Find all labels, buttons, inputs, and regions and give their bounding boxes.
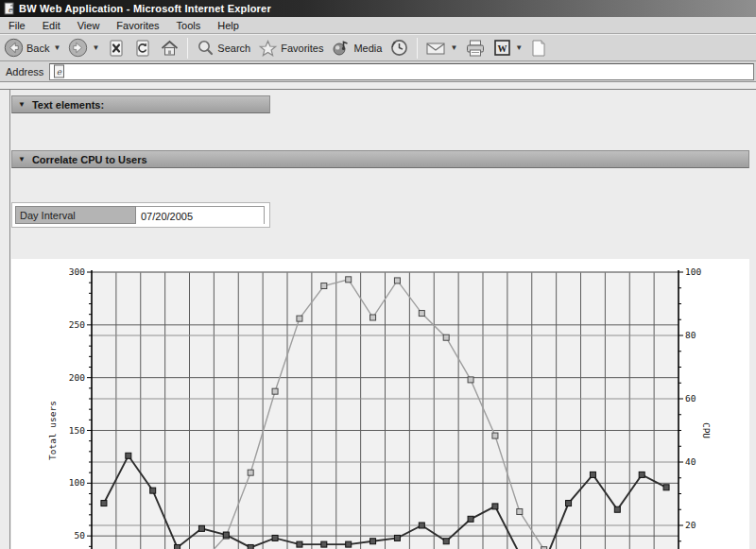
collapse-triangle-icon[interactable]: ▼ bbox=[18, 100, 26, 109]
edit-dropdown-icon[interactable]: ▼ bbox=[515, 43, 523, 52]
menu-bar: File Edit View Favorites Tools Help bbox=[0, 17, 756, 34]
cpu-load-marker bbox=[370, 539, 376, 544]
home-button[interactable] bbox=[156, 36, 183, 60]
left-axis-tick-label: 250 bbox=[69, 319, 85, 330]
refresh-icon bbox=[133, 39, 152, 58]
menu-file[interactable]: File bbox=[0, 18, 34, 33]
address-bar: Address e bbox=[0, 61, 756, 82]
left-axis-title: Total users bbox=[47, 401, 58, 460]
right-axis-tick-label: 80 bbox=[685, 330, 696, 340]
chart-svg: 050100150200250300020406080100#01:00:000… bbox=[11, 259, 749, 549]
cpu-load-marker bbox=[590, 472, 595, 477]
window-title: BW Web Application - Microsoft Internet … bbox=[19, 3, 271, 14]
refresh-button[interactable] bbox=[129, 36, 156, 60]
title-bar: e BW Web Application - Microsoft Interne… bbox=[0, 0, 756, 17]
cpu-load-marker bbox=[346, 541, 352, 547]
cpu-load-marker bbox=[150, 488, 156, 493]
cpu-load-marker bbox=[639, 472, 644, 477]
left-axis-tick-label: 150 bbox=[69, 425, 85, 436]
section-title: Text elements: bbox=[32, 99, 104, 111]
total-users-marker bbox=[297, 316, 302, 321]
search-label: Search bbox=[217, 43, 250, 54]
day-interval-label: Day Interval bbox=[15, 206, 136, 224]
section-header-text-elements[interactable]: ▼ Text elements: bbox=[11, 95, 270, 113]
left-axis-tick-label: 100 bbox=[69, 477, 85, 488]
cpu-load-marker bbox=[419, 523, 424, 528]
total-users-marker bbox=[321, 283, 327, 289]
cpu-load-marker bbox=[223, 532, 229, 538]
media-button[interactable]: Media bbox=[327, 36, 386, 60]
cpu-load-marker bbox=[443, 539, 449, 544]
page-content: ▼ Text elements: Day Interval ▼ Correlat… bbox=[0, 89, 756, 549]
total-users-marker bbox=[492, 433, 498, 438]
history-icon bbox=[389, 38, 409, 58]
cpu-load-marker bbox=[663, 485, 669, 490]
total-users-marker bbox=[517, 508, 523, 514]
browser-window: e BW Web Application - Microsoft Interne… bbox=[0, 0, 756, 549]
menu-view[interactable]: View bbox=[69, 18, 109, 33]
back-icon bbox=[4, 38, 24, 58]
cpu-load-marker bbox=[297, 541, 302, 547]
mail-button[interactable]: ▼ bbox=[421, 36, 461, 60]
document-button[interactable] bbox=[526, 36, 551, 60]
right-axis-tick-label: 100 bbox=[685, 266, 701, 277]
print-button[interactable] bbox=[461, 36, 490, 60]
forward-icon bbox=[68, 38, 88, 58]
back-dropdown-icon[interactable]: ▼ bbox=[53, 43, 60, 52]
cpu-load-marker bbox=[614, 506, 620, 512]
stop-button[interactable] bbox=[103, 36, 129, 60]
toolbar: Back ▼ ▼ bbox=[0, 35, 756, 61]
section-title: Correlate CPU to Users bbox=[32, 154, 147, 165]
address-label: Address bbox=[0, 66, 49, 77]
total-users-marker bbox=[346, 277, 352, 283]
svg-text:W: W bbox=[498, 43, 507, 54]
right-axis-tick-label: 20 bbox=[685, 520, 696, 530]
cpu-load-marker bbox=[101, 501, 107, 506]
forward-button[interactable]: ▼ bbox=[64, 36, 103, 60]
right-axis-tick-label: 60 bbox=[685, 393, 696, 403]
cpu-load-marker bbox=[566, 501, 572, 506]
content-left-border bbox=[9, 90, 10, 549]
back-button[interactable]: Back ▼ bbox=[0, 36, 64, 60]
cpu-load-marker bbox=[198, 525, 204, 531]
home-icon bbox=[160, 39, 180, 58]
stop-icon bbox=[107, 39, 126, 58]
cpu-load-marker bbox=[468, 516, 473, 522]
forward-dropdown-icon[interactable]: ▼ bbox=[92, 43, 99, 52]
collapse-triangle-icon[interactable]: ▼ bbox=[18, 155, 26, 163]
favorites-button[interactable]: Favorites bbox=[254, 36, 327, 60]
edit-with-word-button[interactable]: W ▼ bbox=[490, 36, 526, 60]
total-users-marker bbox=[272, 388, 278, 394]
section-header-correlate[interactable]: ▼ Correlate CPU to Users bbox=[11, 150, 749, 168]
search-icon bbox=[196, 39, 215, 58]
address-input[interactable] bbox=[68, 65, 753, 78]
address-field-frame: e bbox=[49, 63, 754, 80]
total-users-marker bbox=[468, 377, 473, 383]
menu-edit[interactable]: Edit bbox=[34, 18, 69, 33]
total-users-marker bbox=[419, 311, 424, 317]
history-button[interactable] bbox=[386, 36, 413, 60]
cpu-load-marker bbox=[394, 535, 400, 540]
menu-favorites[interactable]: Favorites bbox=[108, 18, 167, 33]
cpu-load-marker bbox=[321, 541, 327, 547]
correlate-chart: 050100150200250300020406080100#01:00:000… bbox=[11, 259, 749, 549]
cpu-load-marker bbox=[492, 504, 498, 509]
cpu-load-marker bbox=[126, 453, 131, 458]
word-icon: W bbox=[493, 39, 511, 57]
media-label: Media bbox=[353, 43, 382, 54]
menu-help[interactable]: Help bbox=[209, 18, 248, 33]
menu-tools[interactable]: Tools bbox=[168, 18, 210, 33]
total-users-marker bbox=[443, 335, 449, 340]
media-icon bbox=[331, 39, 351, 58]
mail-dropdown-icon[interactable]: ▼ bbox=[450, 43, 457, 52]
favorites-label: Favorites bbox=[281, 43, 323, 54]
left-axis-tick-label: 50 bbox=[75, 530, 86, 540]
svg-text:e: e bbox=[57, 67, 62, 77]
favorites-icon bbox=[258, 39, 278, 58]
mail-icon bbox=[425, 40, 446, 57]
right-axis-tick-label: 40 bbox=[685, 456, 696, 467]
left-axis-tick-label: 300 bbox=[69, 266, 85, 277]
back-label: Back bbox=[26, 43, 49, 54]
day-interval-input[interactable] bbox=[136, 209, 264, 225]
search-button[interactable]: Search bbox=[192, 36, 254, 60]
